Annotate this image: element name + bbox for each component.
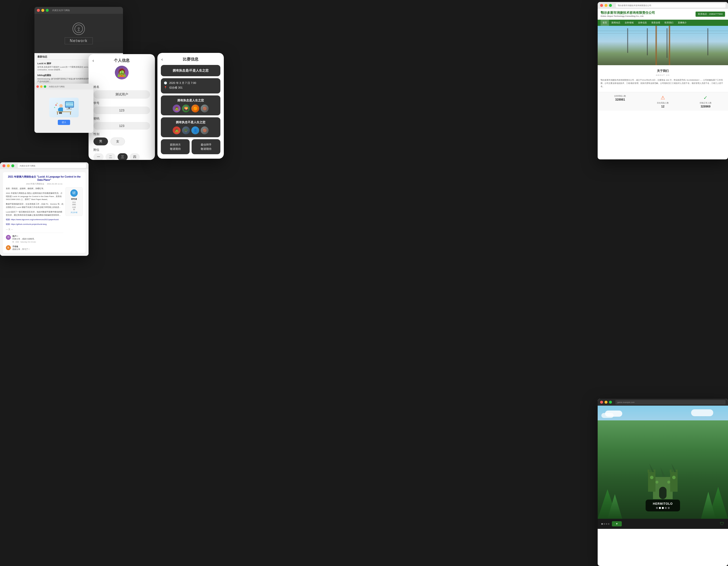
minimize-dot[interactable] xyxy=(7,164,10,167)
dot-2 xyxy=(659,507,661,509)
risk-stat: ⚠ 存在风险人数 12 xyxy=(643,95,683,108)
team2-avatar-2: 🪖 xyxy=(182,126,190,134)
back-button[interactable]: ‹ xyxy=(161,57,163,62)
mvp-button[interactable]: 最佳辩手敬请期待 xyxy=(192,139,220,154)
about-section: 关于我们 ABOUT US 鄂尔多斯市润捷技术咨询有限责任公司，成立于2014年… xyxy=(598,65,728,92)
gender-male-button[interactable]: 男 xyxy=(93,138,108,145)
nav-item-news[interactable]: 新闻动态 xyxy=(609,20,622,26)
name-input[interactable]: 测试用户 xyxy=(93,90,150,99)
winner-button[interactable]: 获胜持方敬请期待 xyxy=(161,139,190,154)
paper-main: 发表：陈瑞龙，赵振刚，杨锐斌，孙曙红等。 2021 年获第六周报告会 报告人是斯… xyxy=(6,187,63,253)
minimize-dot[interactable] xyxy=(41,9,44,12)
team1-avatar-2: 🌄 xyxy=(182,105,190,112)
team1-card: 拥有执念是人生之悲 🧟 🌄 🟠 🟤 xyxy=(161,95,220,115)
close-dot[interactable] xyxy=(600,4,603,7)
maximize-dot[interactable] xyxy=(609,4,612,7)
castle xyxy=(643,462,683,499)
nav-item-info[interactable]: 业务信息 xyxy=(636,20,649,26)
dept-1-button[interactable]: 一 xyxy=(93,153,104,160)
scroll-dot-2 xyxy=(604,523,605,525)
minimize-dot[interactable] xyxy=(40,85,43,88)
url-text: 内测文化学习网络 xyxy=(20,165,35,167)
location-icon: 📍 xyxy=(164,86,167,89)
url-bar[interactable]: game.example.com xyxy=(615,400,726,404)
game-controls: ▼ 🛡 xyxy=(598,519,728,529)
nav-item-contact[interactable]: 联系我们 xyxy=(663,20,675,26)
comment-avatar: 用 xyxy=(6,235,11,240)
nav-item-business[interactable]: 业务领域 xyxy=(623,20,636,26)
svg-rect-22 xyxy=(648,470,650,473)
dot-3 xyxy=(662,507,664,509)
minimize-dot[interactable] xyxy=(605,401,607,404)
paper-title: 2021 年获第六周报告会文 "Lucid: A Language for Co… xyxy=(6,175,83,181)
svg-rect-9 xyxy=(58,108,60,111)
author-avatar: 研 xyxy=(70,189,78,197)
team1-avatar-1: 🧟 xyxy=(173,105,181,112)
window-title: 内测文化学习网络 xyxy=(52,9,70,12)
team1-avatar-3: 🟠 xyxy=(191,105,199,112)
dept-group: 一 二 三 四 xyxy=(93,153,150,160)
netgroup-card: 内测文化学习网络 NetGroup xyxy=(34,84,93,133)
window-title: 内测文化学习网络 xyxy=(49,85,65,88)
comment-actions: 赞 回复 Saturday Oct 23.doc xyxy=(12,241,36,243)
url-text: 鄂尔多斯市润捷技术咨询有限责任公司 xyxy=(618,4,651,7)
scroll-button[interactable]: ▼ xyxy=(612,521,622,526)
player-card: HERMITOLO xyxy=(646,500,680,511)
svg-rect-13 xyxy=(57,111,71,112)
comment-avatar: 鱼 xyxy=(6,245,11,250)
paper-content: 2021 年获第六周报告会文 "Lucid: A Language for Co… xyxy=(0,169,89,256)
network-title-bar: 内测文化学习网络 xyxy=(34,7,123,14)
dept-4-button[interactable]: 四 xyxy=(130,153,140,160)
maximize-dot[interactable] xyxy=(609,401,612,404)
student-id-input[interactable]: 123 xyxy=(93,107,150,114)
password-label: 密码 xyxy=(93,117,150,121)
comment-item: 鱼 子非鱼 感谢分享，学习了！ xyxy=(6,245,63,251)
risk-label: 存在风险人数 xyxy=(643,102,683,104)
comment-author: 子非鱼 xyxy=(12,245,30,248)
hotline-button[interactable]: 联系电话：15804777933 xyxy=(696,12,725,17)
svg-rect-29 xyxy=(650,476,653,479)
close-dot[interactable] xyxy=(37,9,40,12)
enter-button[interactable]: 进入 xyxy=(58,120,70,125)
svg-rect-5 xyxy=(69,107,70,109)
url-bar[interactable]: 内测文化学习网络 xyxy=(18,164,86,168)
maximize-dot[interactable] xyxy=(44,85,46,88)
follow-button[interactable]: 关注作者 xyxy=(68,211,80,214)
dept-2-button[interactable]: 二 xyxy=(106,153,116,160)
paper-inner: 2021 年获第六周报告会文 "Lucid: A Language for Co… xyxy=(3,172,86,253)
team2-avatar-1: 🧟 xyxy=(173,126,181,134)
svg-point-16 xyxy=(55,104,57,106)
url-bar[interactable]: 鄂尔多斯市润捷技术咨询有限责任公司 xyxy=(616,3,726,8)
main-topic-button[interactable]: 拥有执念是/不是人生之悲 xyxy=(161,65,220,76)
minimize-dot[interactable] xyxy=(605,4,607,7)
network-hero: Network xyxy=(34,14,123,53)
dept-3-button[interactable]: 三 xyxy=(118,153,128,160)
close-dot[interactable] xyxy=(36,85,39,88)
svg-rect-11 xyxy=(59,112,61,114)
maximize-dot[interactable] xyxy=(46,9,49,12)
close-dot[interactable] xyxy=(600,401,603,404)
nav-item-home[interactable]: 首页 xyxy=(601,20,609,26)
svg-rect-25 xyxy=(670,470,672,473)
nav-item-qualification[interactable]: 资质业绩 xyxy=(649,20,662,26)
comment-text: 同事分享，感谢大佬整理。 xyxy=(12,238,36,240)
team2-avatars: 🧟 🪖 👤 🟤 xyxy=(164,126,217,134)
password-input[interactable]: 123 xyxy=(93,122,150,130)
total-label: 全部周报人数 xyxy=(601,95,640,97)
svg-marker-33 xyxy=(649,463,654,472)
back-button[interactable]: ‹ xyxy=(92,58,94,63)
netgroup-body: NetGroup 进入 xyxy=(34,90,93,133)
maximize-dot[interactable] xyxy=(11,164,14,167)
avatar-area: 🧟 xyxy=(89,66,155,82)
svg-rect-31 xyxy=(655,481,658,484)
company-card: 鄂尔多斯市润捷技术咨询有限责任公司 鄂尔多斯市润捷技术咨询有限责任公司 Ordo… xyxy=(598,2,728,159)
time-row: 🕐 2020 年 3 月 7 日 7:00 xyxy=(164,81,217,85)
nav-item-live[interactable]: 直播推介 xyxy=(676,20,689,26)
player-dots xyxy=(651,507,675,509)
author-stats: 阅读1081 收藏32 xyxy=(68,201,80,210)
team1-avatars: 🧟 🌄 🟠 🟤 xyxy=(164,105,217,112)
time-location-card: 🕐 2020 年 3 月 7 日 7:00 📍 综合楼 301 xyxy=(161,78,220,93)
personal-info-card: ‹ 个人信息 🧟 姓名 测试用户 学号 123 密码 123 性别 男 女 附位… xyxy=(89,54,155,160)
gender-female-button[interactable]: 女 xyxy=(110,138,125,145)
close-dot[interactable] xyxy=(2,164,5,167)
